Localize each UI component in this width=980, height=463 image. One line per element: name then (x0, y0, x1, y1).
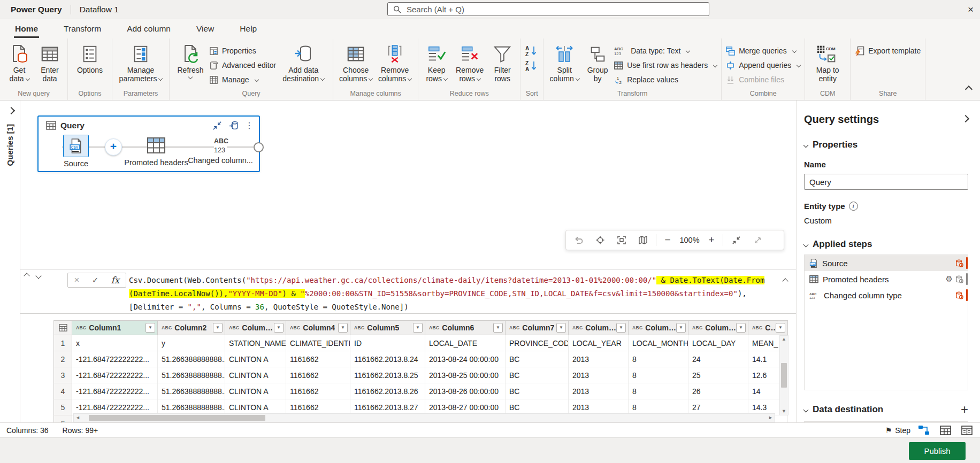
zoom-out-button[interactable]: − (659, 234, 677, 246)
enter-data-button[interactable]: Enter data (36, 41, 63, 83)
split-column-button[interactable]: Split column (548, 41, 581, 83)
tab-home[interactable]: Home (15, 24, 38, 34)
data-destination-section-header[interactable]: Data destination + (804, 404, 968, 415)
table-cell[interactable]: x (72, 335, 158, 351)
advanced-editor-button[interactable]: Advanced editor (209, 59, 276, 71)
table-cell[interactable]: 2013 (569, 383, 629, 399)
diagram-view-button[interactable] (916, 424, 932, 437)
use-first-row-as-headers-button[interactable]: Use first row as headers (614, 59, 717, 71)
column-filter-button[interactable]: ▼ (493, 323, 503, 333)
ribbon-collapse-icon[interactable] (964, 86, 971, 95)
row-number[interactable]: 4 (53, 383, 72, 399)
column-filter-button[interactable]: ▼ (776, 323, 785, 333)
collapse-all-icon[interactable] (725, 232, 747, 248)
sort-ascending-button[interactable]: AZ (525, 45, 539, 57)
table-cell[interactable]: 2013 (569, 367, 629, 383)
table-cell[interactable]: 2013-08-25 00:00:00 (425, 367, 506, 383)
export-template-button[interactable]: Export template (855, 45, 921, 57)
column-filter-button[interactable]: ▼ (736, 323, 746, 333)
table-cell[interactable]: LOCAL_DATE (425, 335, 506, 351)
tab-help[interactable]: Help (240, 24, 257, 34)
table-cell[interactable]: 51.266388888888... (158, 367, 225, 383)
table-cell[interactable]: 1161662 (286, 351, 350, 367)
table-cell[interactable]: 25 (688, 367, 748, 383)
close-icon[interactable]: × (968, 3, 974, 17)
column-filter-button[interactable]: ▼ (413, 323, 423, 333)
sort-descending-button[interactable]: ZA (525, 60, 539, 72)
tab-add-column[interactable]: Add column (127, 24, 171, 34)
table-cell[interactable]: STATION_NAME (225, 335, 286, 351)
column-filter-button[interactable]: ▼ (146, 323, 155, 333)
table-cell[interactable]: LOCAL_MONTH (629, 335, 688, 351)
table-cell[interactable]: BC (506, 367, 569, 383)
options-button[interactable]: Options (72, 41, 108, 74)
column-filter-button[interactable]: ▼ (616, 323, 626, 333)
table-cell[interactable]: 2013-08-24 00:00:00 (425, 351, 506, 367)
formula-input[interactable]: Csv.Document(Web.Contents("https://api.w… (129, 274, 775, 314)
zoom-in-button[interactable]: + (702, 234, 721, 246)
group-by-button[interactable]: Group by (583, 41, 612, 83)
table-cell[interactable]: CLINTON A (225, 383, 286, 399)
table-cell[interactable]: -121.684722222222... (72, 383, 158, 399)
vertical-scroll-thumb[interactable] (781, 363, 787, 388)
column-filter-button[interactable]: ▼ (556, 323, 566, 333)
step-indicator[interactable]: ⚑ Step (885, 426, 910, 435)
column-header-column10[interactable]: ABCColumn10▼ (688, 320, 748, 335)
row-number[interactable]: 2 (53, 351, 72, 367)
refresh-button[interactable]: Refresh (174, 41, 207, 79)
row-number[interactable]: 3 (53, 367, 72, 383)
gear-icon[interactable]: ⚙ (946, 274, 953, 284)
scroll-right-icon[interactable]: ► (768, 415, 773, 420)
query-diagram-card[interactable]: Query ⋮ CSV S (37, 115, 260, 172)
map-to-entity-button[interactable]: CDM Map to entity (809, 41, 846, 83)
diagram-canvas[interactable]: Query ⋮ CSV S (20, 101, 796, 269)
table-cell[interactable]: -121.684722222222... (72, 367, 158, 383)
table-cell[interactable]: 51.266388888888... (158, 383, 225, 399)
column-header-column5[interactable]: ABCColumn5▼ (350, 320, 425, 335)
collapse-formula-icon[interactable] (781, 277, 787, 286)
column-filter-button[interactable]: ▼ (274, 323, 284, 333)
properties-button[interactable]: Properties (209, 45, 276, 57)
remove-columns-button[interactable]: Remove columns (376, 41, 414, 83)
table-cell[interactable]: 24 (688, 351, 748, 367)
diagram-node-changed-column-type[interactable]: ABC123 Changed column... (186, 136, 255, 165)
table-cell[interactable]: 8 (629, 383, 688, 399)
row-number[interactable]: 1 (53, 335, 72, 351)
table-cell[interactable]: 8 (629, 351, 688, 367)
table-cell[interactable]: 26 (688, 383, 748, 399)
next-step-icon[interactable] (35, 273, 41, 279)
add-data-destination-button[interactable]: Add data destination (278, 41, 328, 83)
replace-values-button[interactable]: 12 Replace values (614, 74, 717, 86)
table-cell[interactable]: 1161662.2013.8.26 (350, 383, 425, 399)
schema-view-button[interactable] (959, 424, 975, 437)
table-cell[interactable]: 1161662.2013.8.24 (350, 351, 425, 367)
scroll-up-icon[interactable]: ▲ (782, 337, 786, 342)
row-number[interactable]: 5 (53, 399, 72, 415)
table-cell[interactable]: LOCAL_YEAR (569, 335, 629, 351)
tab-view[interactable]: View (196, 24, 214, 34)
table-cell[interactable]: 2013-08-26 00:00:00 (425, 383, 506, 399)
manage-button[interactable]: Manage (209, 74, 276, 86)
table-cell[interactable]: y (158, 335, 225, 351)
applied-step-changed-column-type[interactable]: ABC123Changed column type (805, 287, 968, 303)
vertical-scrollbar[interactable]: ▲ ▼ (779, 335, 788, 415)
choose-columns-button[interactable]: Choose columns (338, 41, 374, 83)
collapse-card-icon[interactable] (212, 121, 222, 130)
zoom-level[interactable]: 100% (677, 236, 702, 244)
queries-pane-label[interactable]: Queries [1] (5, 124, 14, 166)
table-cell[interactable]: CLINTON A (225, 367, 286, 383)
merge-queries-button[interactable]: Merge queries (726, 45, 800, 57)
mini-map-icon[interactable] (632, 232, 654, 248)
table-cell[interactable]: 2013 (569, 351, 629, 367)
append-queries-button[interactable]: Append queries (726, 59, 800, 71)
row-number[interactable]: 6 (53, 415, 72, 422)
filter-rows-button[interactable]: Filter rows (489, 41, 516, 83)
table-cell[interactable]: PROVINCE_CODE (506, 335, 569, 351)
table-cell[interactable]: BC (506, 383, 569, 399)
get-data-button[interactable]: Get data (4, 41, 34, 83)
scroll-down-icon[interactable]: ▼ (782, 409, 786, 414)
column-header-column6[interactable]: ABCColumn6▼ (425, 320, 506, 335)
horizontal-scroll-thumb[interactable] (89, 415, 265, 421)
table-cell[interactable]: 1161662.2013.8.25 (350, 367, 425, 383)
select-all-corner[interactable] (53, 320, 72, 335)
